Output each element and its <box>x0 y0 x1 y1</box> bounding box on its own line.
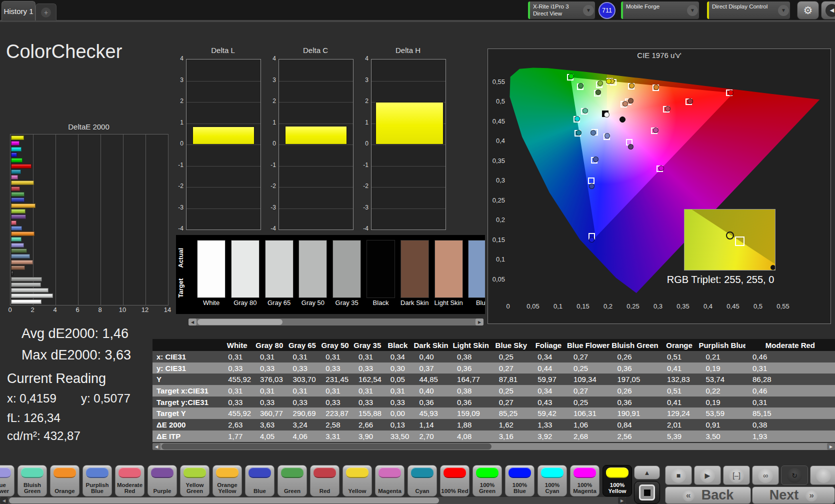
plus-icon: + <box>41 8 51 18</box>
patch-button-yellow[interactable]: Yellow <box>342 465 372 496</box>
scrollbar-thumb[interactable] <box>9 498 439 504</box>
settings-button[interactable]: ⚙ <box>797 1 819 20</box>
scroll-left-icon[interactable]: ◀ <box>152 443 160 450</box>
axis-label: -3 <box>176 204 184 211</box>
patch-button-100-yellow[interactable]: 100% Yellow <box>602 465 632 496</box>
cell: 0,25 <box>492 352 531 361</box>
patch-label: Yellow <box>344 482 371 494</box>
cie-zoom-inset <box>684 209 776 270</box>
cell: 2,56 <box>610 432 660 440</box>
grid-line <box>279 124 353 124</box>
scrollbar-thumb[interactable] <box>198 319 282 325</box>
table-scrollbar[interactable]: ◀ ▶ <box>152 443 835 450</box>
cell: 0,31 <box>286 352 319 361</box>
patch-button-orange[interactable]: Orange <box>50 465 80 496</box>
scroll-right-icon[interactable]: ▶ <box>618 497 626 504</box>
patch-button-100-magenta[interactable]: 100% Magenta <box>570 465 600 496</box>
column-header-light-skin: Light Skin <box>450 341 492 350</box>
scroll-left-icon[interactable]: ◀ <box>0 497 8 504</box>
patch-label: Bluish Green <box>18 482 46 494</box>
back-button[interactable]: « Back <box>665 486 751 504</box>
tab-history-1[interactable]: History 1 <box>2 1 36 20</box>
axis-label: 3 <box>361 76 368 84</box>
patch-button-bluish-green[interactable]: Bluish Green <box>18 465 47 496</box>
swatch-scrollbar[interactable]: ◀ ▶ <box>188 318 484 326</box>
deltae-bar-orange-yellow <box>11 204 36 208</box>
patch-button-red[interactable]: Red <box>310 465 340 496</box>
patch-button-purple[interactable]: Purple <box>148 465 177 496</box>
deltae-axis-label: 14 <box>162 306 172 314</box>
cell: 106,31 <box>566 409 610 418</box>
patch-label: 100% Magenta <box>571 482 598 494</box>
column-header-foliage: Foliage <box>530 341 566 350</box>
patch-button-moderate-red[interactable]: Moderate Red <box>115 465 144 496</box>
patch-button-100-red[interactable]: 100% Red <box>440 465 470 496</box>
cell: 53,74 <box>699 375 746 384</box>
cell: 0,33 <box>318 364 352 372</box>
meter-device-dropdown[interactable]: X-Rite i1Pro 3 Direct View ▼ <box>528 2 595 19</box>
expand-up-button[interactable]: ▲ <box>634 466 660 480</box>
add-tab-button[interactable]: + <box>36 4 56 20</box>
swatch-light-skin <box>434 240 463 298</box>
cell: 33,50 <box>384 432 412 440</box>
chevron-down-icon[interactable]: ▼ <box>583 5 594 16</box>
patch-button-magenta[interactable]: Magenta <box>375 465 404 496</box>
patch-button-100-cyan[interactable]: 100% Cyan <box>538 465 567 496</box>
scroll-right-icon[interactable]: ▶ <box>827 443 835 450</box>
delta-l-chart: Delta L 43210-1-2-3-4 <box>176 46 262 241</box>
stop-button[interactable]: ■ <box>665 466 692 485</box>
patch-strip-scrollbar[interactable]: ◀ ▶ <box>0 497 626 504</box>
deltae-bar-blue-flower <box>11 243 24 248</box>
blank-button[interactable] <box>810 466 835 485</box>
infinity-button[interactable]: ∞ <box>752 466 779 485</box>
patch-button-blue[interactable]: Blue <box>245 465 274 496</box>
loop-button[interactable]: ↻ <box>781 466 808 485</box>
scrollbar-thumb[interactable] <box>162 444 492 450</box>
source-device-dropdown[interactable]: Mobile Forge ▼ <box>621 2 699 19</box>
patch-button-100-blue[interactable]: 100% Blue <box>505 465 534 496</box>
scroll-left-icon[interactable]: ◀ <box>188 318 196 326</box>
column-header-purplish-blue: Purplish Blue <box>698 341 746 350</box>
stop-square-button[interactable] <box>634 481 660 504</box>
patch-label: Purple <box>148 482 176 494</box>
range-button[interactable]: [–] <box>723 466 750 485</box>
next-button[interactable]: Next » <box>752 486 835 504</box>
play-icon: ▶ <box>700 468 715 483</box>
patch-button-purplish-blue[interactable]: Purplish Blue <box>82 465 112 496</box>
swatch-gray-80 <box>231 240 260 298</box>
back-label: Back <box>702 488 734 503</box>
grid-line <box>372 187 446 188</box>
cell: 0,27 <box>566 352 610 361</box>
cell: 0,33 <box>253 398 286 406</box>
up-arrow-icon: ▲ <box>644 469 650 476</box>
chevrons-left-icon: « <box>682 490 694 502</box>
cell: 0,33 <box>384 398 412 406</box>
patch-button-green[interactable]: Green <box>278 465 307 496</box>
cell: 0,27 <box>492 364 531 372</box>
chevron-down-icon[interactable]: ▼ <box>778 5 789 16</box>
patch-button-cyan[interactable]: Cyan <box>408 465 437 496</box>
cie-chromaticity-plot <box>508 60 830 300</box>
column-header-gray-80: Gray 80 <box>253 341 286 350</box>
grid-line <box>279 166 353 166</box>
patch-button-100-green[interactable]: 100% Green <box>472 465 502 496</box>
deltae-gridline <box>56 134 56 305</box>
next-label: Next <box>770 488 799 503</box>
scroll-right-icon[interactable]: ▶ <box>476 318 484 326</box>
transport-controls: ■▶[–]∞↻ <box>665 466 835 485</box>
display-control-dropdown[interactable]: Direct Display Control ▼ <box>707 2 790 19</box>
cell: 0,31 <box>253 352 286 361</box>
play-button[interactable]: ▶ <box>694 466 721 485</box>
chevron-down-icon[interactable]: ▼ <box>687 5 698 16</box>
patch-button-blue-flower[interactable]: Blue Flower <box>0 465 14 496</box>
cie-point-100-magenta <box>658 166 664 171</box>
patch-button-yellow-green[interactable]: Yellow Green <box>180 465 210 496</box>
stop-icon: ■ <box>671 468 686 483</box>
patch-button-orange-yellow[interactable]: Orange Yellow <box>212 465 242 496</box>
cell: 197,05 <box>610 375 660 384</box>
cell: 3,50 <box>699 432 746 440</box>
deltae-gridline <box>146 134 146 305</box>
collapse-panel-button[interactable]: ◀ <box>821 1 835 20</box>
cie-point-white <box>604 112 610 118</box>
deltae-axis-label: 12 <box>140 306 150 314</box>
